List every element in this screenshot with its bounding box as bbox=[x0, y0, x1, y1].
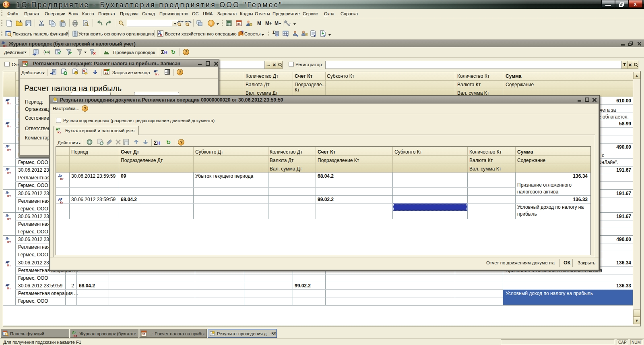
svg-text:31: 31 bbox=[105, 71, 108, 75]
svg-text:?: ? bbox=[241, 30, 244, 35]
svg-text:(: ( bbox=[43, 50, 45, 54]
svg-text:31: 31 bbox=[237, 22, 241, 26]
svg-text:Т: Т bbox=[314, 34, 316, 37]
svg-text:Т: Т bbox=[276, 34, 278, 37]
svg-text:Т: Т bbox=[286, 34, 288, 37]
svg-text:31: 31 bbox=[142, 333, 145, 336]
svg-text:Σ: Σ bbox=[272, 30, 275, 35]
svg-text:Т: Т bbox=[296, 34, 298, 37]
svg-text:): ) bbox=[49, 50, 50, 54]
svg-text:Т: Т bbox=[323, 34, 325, 37]
